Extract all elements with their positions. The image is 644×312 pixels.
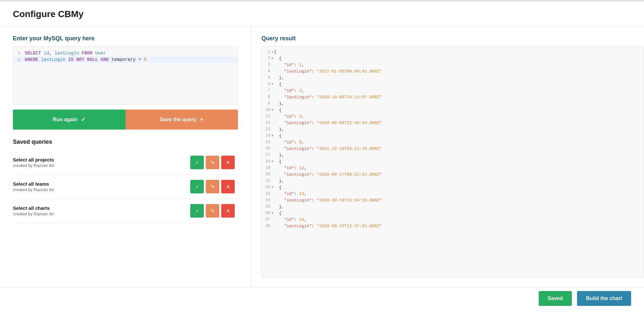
json-content: { [273, 133, 281, 138]
code-line-2: 2 WHERE lastLogin IS NOT NULL AND tempor… [13, 56, 238, 63]
query-item-name: Select all charts [13, 205, 54, 211]
json-line: 18 ▼ { [262, 159, 644, 165]
json-line: 2 ▼ { [262, 56, 644, 62]
json-content: { [273, 56, 281, 61]
json-line: 23 "id": 13, [262, 191, 644, 198]
json-content: "lastLogin": "2018-10-06T14:14:07.000Z" [273, 95, 382, 100]
query-item: Select all teams created by Razvan Ilin … [13, 175, 238, 199]
delete-icon: ✕ [226, 208, 230, 214]
query-delete-button[interactable]: ✕ [221, 204, 235, 218]
query-item-info: Select all charts created by Razvan Ilin [13, 205, 54, 216]
json-content: { [273, 82, 281, 87]
right-panel: Query result 1 ▼ [ 2 ▼ { 3 "id": 1, 4 "l… [251, 26, 644, 287]
json-line: 25 }, [262, 204, 644, 210]
json-line: 26 ▼ { [262, 210, 644, 217]
query-item-info: Select all teams created by Razvan Ilin [13, 181, 54, 192]
json-line-number: 11 [262, 114, 273, 119]
save-query-button[interactable]: Save the query + [126, 110, 238, 130]
json-line-number: 12 [262, 121, 273, 125]
json-line: 20 "lastLogin": "2018-09-17T06:22:52.000… [262, 172, 644, 178]
json-line: 8 "lastLogin": "2018-10-06T14:14:07.000Z… [262, 94, 644, 101]
query-edit-button[interactable]: ✎ [206, 180, 219, 193]
build-chart-button[interactable]: Build the chart [577, 291, 631, 306]
json-line-number: 25 [262, 204, 273, 209]
query-item-author: created by Razvan Ilin [13, 211, 54, 216]
json-content: "id": 14, [273, 217, 307, 222]
line-number-1: 1 [13, 51, 25, 56]
footer: Saved Build the chart [0, 287, 644, 309]
json-line-number: 18 ▼ [262, 159, 273, 164]
json-content: }, [273, 127, 284, 132]
check-icon: ✓ [195, 160, 199, 166]
json-line: 28 "lastLogin": "2018-09-25T12:37:01.000… [262, 223, 644, 230]
sql-editor[interactable]: 1 SELECT id, lastLogin FROM User 2 WHERE… [13, 46, 238, 104]
query-edit-button[interactable]: ✎ [206, 156, 219, 169]
query-edit-button[interactable]: ✎ [206, 204, 219, 218]
check-icon: ✓ [81, 116, 86, 123]
delete-icon: ✕ [226, 184, 230, 190]
query-section-title: Enter your MySQL query here [13, 35, 238, 42]
json-line: 17 }, [262, 152, 644, 159]
json-content: "id": 9, [273, 140, 304, 145]
query-select-button[interactable]: ✓ [190, 180, 204, 193]
json-line: 7 "id": 2, [262, 88, 644, 94]
json-line-number: 7 [262, 88, 273, 93]
json-content: }, [273, 101, 284, 106]
json-content: "id": 12, [273, 166, 307, 171]
json-content: }, [273, 179, 284, 183]
json-content: { [273, 159, 281, 164]
json-content: "id": 2, [273, 88, 304, 93]
json-line-number: 20 [262, 172, 273, 177]
json-content: { [273, 211, 281, 216]
json-content: }, [273, 204, 284, 209]
json-content: "id": 5, [273, 114, 304, 119]
json-line-number: 19 [262, 166, 273, 170]
query-item: Select all charts created by Razvan Ilin… [13, 199, 238, 223]
json-line-number: 15 [262, 140, 273, 144]
json-line-number: 1 ▼ [262, 50, 273, 54]
json-line-number: 10 ▼ [262, 108, 273, 112]
query-delete-button[interactable]: ✕ [221, 180, 235, 193]
query-delete-button[interactable]: ✕ [221, 156, 235, 169]
query-result-title: Query result [261, 35, 644, 42]
query-item: Select all projects created by Razvan Il… [13, 151, 238, 175]
json-content: "lastLogin": "2021-12-16T03:11:35.000Z" [273, 146, 382, 151]
json-line-number: 22 ▼ [262, 185, 273, 190]
query-item-name: Select all teams [13, 181, 54, 187]
json-line: 14 ▼ { [262, 133, 644, 140]
json-line-number: 21 [262, 179, 273, 183]
json-content: { [273, 108, 281, 112]
check-icon: ✓ [195, 208, 199, 214]
json-line-number: 16 [262, 146, 273, 151]
json-content: "lastLogin": "2018-10-10T13:54:18.000Z" [273, 198, 382, 203]
action-buttons: Run again ✓ Save the query + [13, 110, 238, 130]
query-select-button[interactable]: ✓ [190, 156, 204, 169]
query-select-button[interactable]: ✓ [190, 204, 204, 218]
json-line: 10 ▼ { [262, 107, 644, 114]
json-line-number: 17 [262, 153, 273, 157]
json-line: 19 "id": 12, [262, 165, 644, 172]
check-icon: ✓ [195, 184, 199, 190]
edit-icon: ✎ [211, 184, 215, 190]
json-line: 1 ▼ [ [262, 49, 644, 56]
json-line: 9 }, [262, 101, 644, 107]
json-line-number: 27 [262, 217, 273, 222]
line-number-2: 2 [13, 57, 25, 62]
json-line-number: 14 ▼ [262, 133, 273, 138]
saved-button[interactable]: Saved [539, 291, 572, 306]
query-item-name: Select all projects [13, 157, 54, 162]
run-again-label: Run again [53, 117, 78, 122]
json-content: "lastLogin": "2018-09-17T06:22:52.000Z" [273, 172, 382, 177]
saved-queries-title: Saved queries [13, 139, 238, 145]
code-content-1: SELECT id, lastLogin FROM User [25, 51, 106, 56]
json-line: 6 ▼ { [262, 82, 644, 88]
json-line-number: 6 ▼ [262, 82, 273, 86]
left-panel: Enter your MySQL query here 1 SELECT id,… [0, 26, 251, 287]
query-item-actions: ✓ ✎ ✕ [190, 156, 235, 169]
json-viewer[interactable]: 1 ▼ [ 2 ▼ { 3 "id": 1, 4 "lastLogin": "2… [261, 46, 644, 278]
code-content-2: WHERE lastLogin IS NOT NULL AND temporar… [25, 57, 147, 62]
json-line-number: 3 [262, 63, 273, 67]
json-line: 15 "id": 9, [262, 140, 644, 146]
run-again-button[interactable]: Run again ✓ [13, 110, 126, 130]
json-line: 21 }, [262, 178, 644, 185]
